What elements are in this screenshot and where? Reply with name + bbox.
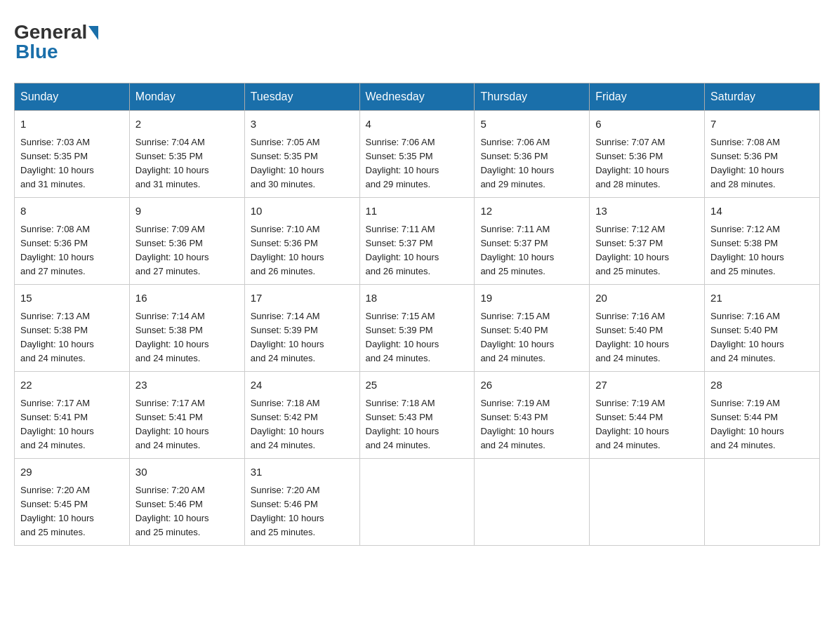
day-number: 12 [480,203,583,220]
day-info: Sunrise: 7:05 AMSunset: 5:35 PMDaylight:… [251,135,354,192]
calendar-day-cell: 10Sunrise: 7:10 AMSunset: 5:36 PMDayligh… [244,198,359,285]
calendar-day-cell: 17Sunrise: 7:14 AMSunset: 5:39 PMDayligh… [244,285,359,372]
weekday-header-monday: Monday [129,83,244,111]
weekday-header-saturday: Saturday [705,83,820,111]
day-number: 18 [366,290,469,307]
day-info: Sunrise: 7:03 AMSunset: 5:35 PMDaylight:… [20,135,124,192]
logo-arrow-icon [88,26,98,40]
logo: General Blue [14,21,98,63]
calendar-day-cell: 14Sunrise: 7:12 AMSunset: 5:38 PMDayligh… [705,198,820,285]
day-info: Sunrise: 7:19 AMSunset: 5:43 PMDaylight:… [480,396,583,453]
day-number: 17 [251,290,354,307]
day-info: Sunrise: 7:19 AMSunset: 5:44 PMDaylight:… [710,396,814,453]
day-number: 2 [135,116,239,133]
day-number: 21 [710,290,814,307]
day-info: Sunrise: 7:18 AMSunset: 5:43 PMDaylight:… [366,396,469,453]
calendar-day-cell: 21Sunrise: 7:16 AMSunset: 5:40 PMDayligh… [705,285,820,372]
calendar-day-cell [359,459,475,546]
weekday-header-wednesday: Wednesday [359,83,475,111]
day-number: 31 [251,464,354,481]
calendar-day-cell: 30Sunrise: 7:20 AMSunset: 5:46 PMDayligh… [129,459,244,546]
day-info: Sunrise: 7:18 AMSunset: 5:42 PMDaylight:… [251,396,354,453]
day-number: 20 [595,290,699,307]
calendar-day-cell: 5Sunrise: 7:06 AMSunset: 5:36 PMDaylight… [475,111,590,198]
weekday-header-row: SundayMondayTuesdayWednesdayThursdayFrid… [15,83,820,111]
day-number: 30 [135,464,239,481]
day-number: 23 [135,377,239,394]
calendar-body: 1Sunrise: 7:03 AMSunset: 5:35 PMDaylight… [15,111,820,546]
calendar-day-cell: 31Sunrise: 7:20 AMSunset: 5:46 PMDayligh… [244,459,359,546]
day-info: Sunrise: 7:10 AMSunset: 5:36 PMDaylight:… [251,222,354,279]
calendar-day-cell: 19Sunrise: 7:15 AMSunset: 5:40 PMDayligh… [475,285,590,372]
calendar-day-cell: 15Sunrise: 7:13 AMSunset: 5:38 PMDayligh… [15,285,130,372]
day-number: 5 [480,116,583,133]
day-number: 13 [595,203,699,220]
day-number: 15 [20,290,124,307]
calendar-week-row: 22Sunrise: 7:17 AMSunset: 5:41 PMDayligh… [15,372,820,459]
day-number: 29 [20,464,124,481]
header: General Blue [14,14,820,70]
calendar-week-row: 8Sunrise: 7:08 AMSunset: 5:36 PMDaylight… [15,198,820,285]
day-info: Sunrise: 7:20 AMSunset: 5:45 PMDaylight:… [20,483,124,540]
day-info: Sunrise: 7:20 AMSunset: 5:46 PMDaylight:… [251,483,354,540]
day-number: 1 [20,116,124,133]
calendar-day-cell: 26Sunrise: 7:19 AMSunset: 5:43 PMDayligh… [475,372,590,459]
calendar-day-cell [705,459,820,546]
calendar-day-cell: 9Sunrise: 7:09 AMSunset: 5:36 PMDaylight… [129,198,244,285]
day-info: Sunrise: 7:17 AMSunset: 5:41 PMDaylight:… [20,396,124,453]
day-info: Sunrise: 7:20 AMSunset: 5:46 PMDaylight:… [135,483,239,540]
day-number: 8 [20,203,124,220]
calendar-day-cell: 2Sunrise: 7:04 AMSunset: 5:35 PMDaylight… [129,111,244,198]
calendar-day-cell: 7Sunrise: 7:08 AMSunset: 5:36 PMDaylight… [705,111,820,198]
day-info: Sunrise: 7:11 AMSunset: 5:37 PMDaylight:… [366,222,469,279]
calendar-day-cell [590,459,705,546]
calendar-day-cell: 22Sunrise: 7:17 AMSunset: 5:41 PMDayligh… [15,372,130,459]
calendar-day-cell: 13Sunrise: 7:12 AMSunset: 5:37 PMDayligh… [590,198,705,285]
day-number: 11 [366,203,469,220]
calendar-day-cell: 24Sunrise: 7:18 AMSunset: 5:42 PMDayligh… [244,372,359,459]
day-info: Sunrise: 7:17 AMSunset: 5:41 PMDaylight:… [135,396,239,453]
day-number: 22 [20,377,124,394]
calendar-week-row: 15Sunrise: 7:13 AMSunset: 5:38 PMDayligh… [15,285,820,372]
day-info: Sunrise: 7:13 AMSunset: 5:38 PMDaylight:… [20,309,124,366]
day-info: Sunrise: 7:15 AMSunset: 5:39 PMDaylight:… [366,309,469,366]
day-info: Sunrise: 7:11 AMSunset: 5:37 PMDaylight:… [480,222,583,279]
day-info: Sunrise: 7:04 AMSunset: 5:35 PMDaylight:… [135,135,239,192]
day-number: 7 [710,116,814,133]
day-number: 28 [710,377,814,394]
day-number: 3 [251,116,354,133]
calendar-day-cell: 25Sunrise: 7:18 AMSunset: 5:43 PMDayligh… [359,372,475,459]
day-info: Sunrise: 7:16 AMSunset: 5:40 PMDaylight:… [595,309,699,366]
day-info: Sunrise: 7:06 AMSunset: 5:36 PMDaylight:… [480,135,583,192]
calendar-day-cell: 4Sunrise: 7:06 AMSunset: 5:35 PMDaylight… [359,111,475,198]
calendar-day-cell: 23Sunrise: 7:17 AMSunset: 5:41 PMDayligh… [129,372,244,459]
weekday-header-thursday: Thursday [475,83,590,111]
logo-blue-text: Blue [15,41,58,63]
day-number: 27 [595,377,699,394]
day-info: Sunrise: 7:12 AMSunset: 5:37 PMDaylight:… [595,222,699,279]
weekday-header-sunday: Sunday [15,83,130,111]
calendar-day-cell: 1Sunrise: 7:03 AMSunset: 5:35 PMDaylight… [15,111,130,198]
day-info: Sunrise: 7:07 AMSunset: 5:36 PMDaylight:… [595,135,699,192]
day-number: 6 [595,116,699,133]
calendar-day-cell: 27Sunrise: 7:19 AMSunset: 5:44 PMDayligh… [590,372,705,459]
day-number: 25 [366,377,469,394]
calendar-day-cell: 3Sunrise: 7:05 AMSunset: 5:35 PMDaylight… [244,111,359,198]
calendar-day-cell [475,459,590,546]
weekday-header-friday: Friday [590,83,705,111]
day-number: 24 [251,377,354,394]
day-number: 26 [480,377,583,394]
day-number: 10 [251,203,354,220]
calendar-day-cell: 20Sunrise: 7:16 AMSunset: 5:40 PMDayligh… [590,285,705,372]
calendar-day-cell: 6Sunrise: 7:07 AMSunset: 5:36 PMDaylight… [590,111,705,198]
day-info: Sunrise: 7:14 AMSunset: 5:38 PMDaylight:… [135,309,239,366]
day-number: 16 [135,290,239,307]
day-info: Sunrise: 7:19 AMSunset: 5:44 PMDaylight:… [595,396,699,453]
calendar-day-cell: 11Sunrise: 7:11 AMSunset: 5:37 PMDayligh… [359,198,475,285]
day-info: Sunrise: 7:08 AMSunset: 5:36 PMDaylight:… [20,222,124,279]
calendar-day-cell: 28Sunrise: 7:19 AMSunset: 5:44 PMDayligh… [705,372,820,459]
day-info: Sunrise: 7:09 AMSunset: 5:36 PMDaylight:… [135,222,239,279]
day-info: Sunrise: 7:14 AMSunset: 5:39 PMDaylight:… [251,309,354,366]
day-number: 14 [710,203,814,220]
calendar-week-row: 1Sunrise: 7:03 AMSunset: 5:35 PMDaylight… [15,111,820,198]
